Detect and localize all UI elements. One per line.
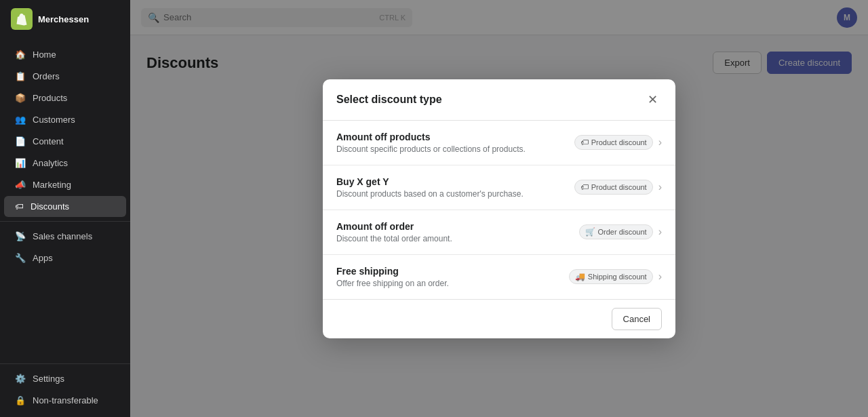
option-desc-free-shipping: Offer free shipping on an order. — [336, 279, 569, 288]
option-name-amount-off-order: Amount off order — [336, 221, 579, 232]
badge-label: Shipping discount — [588, 273, 647, 281]
modal-body: Amount off products Discount specific pr… — [323, 121, 675, 299]
modal-header: Select discount type ✕ — [323, 79, 675, 121]
sidebar-item-label: Marketing — [33, 180, 71, 190]
sidebar-item-orders[interactable]: 📋 Orders — [4, 66, 126, 87]
sidebar-nav: 🏠 Home 📋 Orders 📦 Products 👥 Customers 📄… — [0, 38, 130, 354]
customers-icon: 👥 — [15, 115, 26, 125]
sidebar-bottom: ⚙️ Settings 🔒 Non-transferable — [0, 354, 130, 417]
sidebar: Merchessen 🏠 Home 📋 Orders 📦 Products 👥 … — [0, 0, 130, 417]
sidebar-item-label: Content — [33, 136, 64, 146]
badge-buy-x-get-y: 🏷 Product discount — [574, 180, 653, 195]
analytics-icon: 📊 — [15, 158, 26, 168]
badge-label: Product discount — [591, 138, 647, 146]
modal-overlay[interactable]: Select discount type ✕ Amount off produc… — [130, 0, 868, 417]
option-desc-amount-off-order: Discount the total order amount. — [336, 234, 579, 243]
cart-icon: 🛒 — [585, 227, 595, 237]
sidebar-item-marketing[interactable]: 📣 Marketing — [4, 174, 126, 195]
option-name-free-shipping: Free shipping — [336, 266, 569, 277]
sidebar-item-label: Apps — [33, 253, 53, 263]
sidebar-item-discounts[interactable]: 🏷 Discounts — [4, 196, 126, 217]
chevron-right-icon: › — [658, 181, 662, 193]
shopify-logo-icon — [11, 8, 33, 30]
sidebar-item-products[interactable]: 📦 Products — [4, 87, 126, 108]
discounts-icon: 🏷 — [15, 201, 24, 212]
store-name: Merchessen — [38, 14, 89, 24]
chevron-right-icon: › — [658, 271, 662, 283]
non-transferable-icon: 🔒 — [15, 395, 26, 405]
products-icon: 📦 — [15, 93, 26, 103]
sales-channels-icon: 📡 — [15, 231, 26, 241]
discount-option-amount-off-products[interactable]: Amount off products Discount specific pr… — [323, 121, 675, 165]
sidebar-logo: Merchessen — [0, 0, 130, 38]
sidebar-item-content[interactable]: 📄 Content — [4, 131, 126, 152]
chevron-right-icon: › — [658, 136, 662, 148]
sidebar-item-analytics[interactable]: 📊 Analytics — [4, 153, 126, 174]
main-content: 🔍 CTRL K M Discounts Export Create disco… — [130, 0, 868, 417]
modal-title: Select discount type — [336, 94, 442, 106]
sidebar-item-label: Non-transferable — [33, 395, 98, 405]
sidebar-item-label: Home — [33, 49, 56, 60]
settings-icon: ⚙️ — [15, 374, 26, 384]
badge-free-shipping: 🚚 Shipping discount — [569, 269, 653, 284]
option-name-amount-off-products: Amount off products — [336, 132, 574, 142]
chevron-right-icon: › — [658, 226, 662, 238]
sidebar-bottom-divider — [0, 363, 130, 364]
option-desc-amount-off-products: Discount specific products or collection… — [336, 144, 574, 154]
tag-icon: 🏷 — [580, 182, 589, 192]
sidebar-item-label: Sales channels — [33, 231, 92, 241]
badge-amount-off-products: 🏷 Product discount — [574, 135, 653, 150]
truck-icon: 🚚 — [575, 272, 585, 281]
badge-label: Product discount — [591, 183, 647, 191]
sidebar-item-label: Analytics — [33, 158, 68, 168]
modal-footer: Cancel — [323, 299, 675, 338]
discount-option-amount-off-order[interactable]: Amount off order Discount the total orde… — [323, 210, 675, 255]
apps-icon: 🔧 — [15, 253, 26, 263]
option-name-buy-x-get-y: Buy X get Y — [336, 176, 574, 187]
home-icon: 🏠 — [15, 49, 26, 60]
tag-icon: 🏷 — [580, 138, 589, 147]
discount-option-buy-x-get-y[interactable]: Buy X get Y Discount products based on a… — [323, 165, 675, 210]
sidebar-item-non-transferable[interactable]: 🔒 Non-transferable — [4, 390, 126, 411]
discount-option-free-shipping[interactable]: Free shipping Offer free shipping on an … — [323, 255, 675, 299]
sidebar-item-label: Products — [33, 93, 67, 103]
badge-label: Order discount — [598, 228, 647, 236]
sidebar-item-settings[interactable]: ⚙️ Settings — [4, 368, 126, 389]
sidebar-item-label: Customers — [33, 115, 75, 125]
select-discount-modal: Select discount type ✕ Amount off produc… — [323, 79, 675, 338]
option-desc-buy-x-get-y: Discount products based on a customer's … — [336, 189, 574, 199]
marketing-icon: 📣 — [15, 180, 26, 190]
sidebar-item-label: Settings — [33, 374, 64, 384]
orders-icon: 📋 — [15, 71, 26, 81]
sidebar-item-sales-channels[interactable]: 📡 Sales channels — [4, 226, 126, 247]
sidebar-item-home[interactable]: 🏠 Home — [4, 44, 126, 65]
badge-amount-off-order: 🛒 Order discount — [579, 224, 653, 239]
cancel-button[interactable]: Cancel — [612, 308, 662, 330]
sidebar-item-apps[interactable]: 🔧 Apps — [4, 247, 126, 269]
modal-close-button[interactable]: ✕ — [643, 90, 662, 109]
sidebar-item-label: Orders — [33, 71, 60, 81]
sidebar-divider — [0, 221, 130, 222]
sidebar-item-label: Discounts — [31, 201, 69, 212]
content-icon: 📄 — [15, 136, 26, 146]
sidebar-item-customers[interactable]: 👥 Customers — [4, 109, 126, 130]
